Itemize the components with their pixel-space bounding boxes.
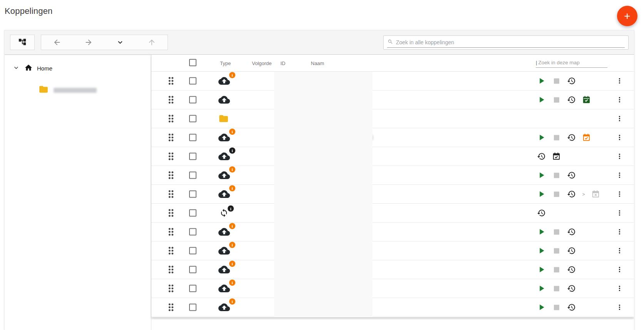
stop-button[interactable] <box>552 189 561 199</box>
drag-handle-icon[interactable] <box>165 245 177 256</box>
table-row[interactable]: i> <box>151 185 634 204</box>
row-checkbox[interactable] <box>189 228 196 236</box>
drag-handle-icon[interactable] <box>165 283 177 294</box>
stop-button[interactable] <box>552 171 561 180</box>
drag-handle-icon[interactable] <box>165 94 177 106</box>
kebab-menu-icon[interactable] <box>615 265 624 274</box>
history-button[interactable] <box>567 227 576 237</box>
table-row[interactable]: i <box>151 260 634 279</box>
kebab-menu-icon[interactable] <box>615 152 624 161</box>
folder-search-input[interactable] <box>538 60 600 65</box>
table-row[interactable]: i <box>151 166 634 185</box>
play-button[interactable] <box>537 265 546 275</box>
play-button[interactable] <box>537 95 546 105</box>
tree-view-button[interactable] <box>10 35 35 50</box>
play-button[interactable] <box>537 284 546 293</box>
table-row[interactable]: i <box>151 223 634 241</box>
drag-handle-icon[interactable] <box>165 132 177 143</box>
history-button[interactable] <box>567 189 576 199</box>
drag-handle-icon[interactable] <box>165 75 177 87</box>
drag-handle-icon[interactable] <box>165 264 177 275</box>
info-badge-icon[interactable]: i <box>229 72 235 78</box>
history-button[interactable] <box>567 133 576 142</box>
history-button[interactable] <box>567 171 576 180</box>
play-button[interactable] <box>537 133 546 142</box>
history-button[interactable] <box>537 152 546 161</box>
row-checkbox[interactable] <box>189 266 196 273</box>
tree-item-folder[interactable] <box>39 84 151 96</box>
kebab-menu-icon[interactable] <box>615 190 624 199</box>
drag-handle-icon[interactable] <box>165 188 177 200</box>
nav-up-button[interactable] <box>136 35 168 50</box>
play-button[interactable] <box>537 246 546 256</box>
row-checkbox[interactable] <box>189 172 196 179</box>
play-button[interactable] <box>537 76 546 86</box>
kebab-menu-icon[interactable] <box>615 171 624 180</box>
info-badge-icon[interactable]: i <box>229 242 235 248</box>
stop-button[interactable] <box>552 284 561 293</box>
calendar-check-button[interactable] <box>582 133 591 142</box>
info-badge-icon[interactable]: i <box>228 206 234 212</box>
nav-forward-button[interactable] <box>73 35 104 50</box>
kebab-menu-icon[interactable] <box>615 209 624 218</box>
history-button[interactable] <box>537 208 546 218</box>
play-button[interactable] <box>537 171 546 180</box>
tree-item-home[interactable]: Home <box>5 60 151 77</box>
kebab-menu-icon[interactable] <box>615 77 624 85</box>
drag-handle-icon[interactable] <box>165 302 177 313</box>
history-button[interactable] <box>567 303 576 312</box>
table-row[interactable]: i <box>151 241 634 260</box>
stop-button[interactable] <box>552 303 561 312</box>
row-checkbox[interactable] <box>189 209 196 217</box>
nav-down-button[interactable] <box>104 35 136 50</box>
info-badge-icon[interactable]: i <box>229 129 235 135</box>
drag-handle-icon[interactable] <box>165 113 177 124</box>
stop-button[interactable] <box>552 76 561 86</box>
stop-button[interactable] <box>552 227 561 237</box>
info-badge-icon[interactable]: i <box>229 185 235 191</box>
table-row[interactable]: i <box>151 298 634 317</box>
history-button[interactable] <box>567 265 576 275</box>
play-button[interactable] <box>537 227 546 237</box>
info-badge-icon[interactable]: i <box>229 166 235 173</box>
info-badge-icon[interactable]: i <box>229 261 235 267</box>
row-checkbox[interactable] <box>189 153 196 160</box>
play-button[interactable] <box>537 189 546 199</box>
chevron-down-icon[interactable] <box>12 64 20 73</box>
play-button[interactable] <box>537 303 546 312</box>
nav-back-button[interactable] <box>41 35 73 50</box>
row-checkbox[interactable] <box>189 247 196 255</box>
info-badge-icon[interactable]: i <box>229 280 235 286</box>
table-row[interactable]: i <box>151 204 634 223</box>
row-checkbox[interactable] <box>189 285 196 292</box>
info-badge-icon[interactable]: i <box>229 298 235 305</box>
calendar-check-button[interactable] <box>582 95 591 105</box>
calendar-x-button[interactable] <box>591 189 600 199</box>
select-all-checkbox[interactable] <box>189 59 196 67</box>
stop-button[interactable] <box>552 246 561 256</box>
drag-handle-icon[interactable] <box>165 169 177 181</box>
table-row[interactable]: i <box>151 128 634 147</box>
kebab-menu-icon[interactable] <box>615 133 624 142</box>
drag-handle-icon[interactable] <box>165 226 177 238</box>
kebab-menu-icon[interactable] <box>615 303 624 312</box>
history-button[interactable] <box>567 284 576 293</box>
info-badge-icon[interactable]: i <box>229 147 235 154</box>
stop-button[interactable] <box>552 133 561 142</box>
row-checkbox[interactable] <box>189 191 196 198</box>
stop-button[interactable] <box>552 95 561 105</box>
history-button[interactable] <box>567 95 576 105</box>
global-search-input[interactable] <box>396 39 624 45</box>
row-checkbox[interactable] <box>189 304 196 311</box>
drag-handle-icon[interactable] <box>165 207 177 219</box>
drag-handle-icon[interactable] <box>165 151 177 162</box>
info-badge-icon[interactable]: i <box>229 223 235 229</box>
table-row[interactable]: i <box>151 279 634 298</box>
row-checkbox[interactable] <box>189 77 196 85</box>
table-row[interactable]: i <box>151 72 634 90</box>
row-checkbox[interactable] <box>189 115 196 122</box>
history-button[interactable] <box>567 76 576 86</box>
row-checkbox[interactable] <box>189 134 196 141</box>
table-row[interactable]: i <box>151 147 634 166</box>
add-koppeling-button[interactable]: + <box>617 6 637 26</box>
